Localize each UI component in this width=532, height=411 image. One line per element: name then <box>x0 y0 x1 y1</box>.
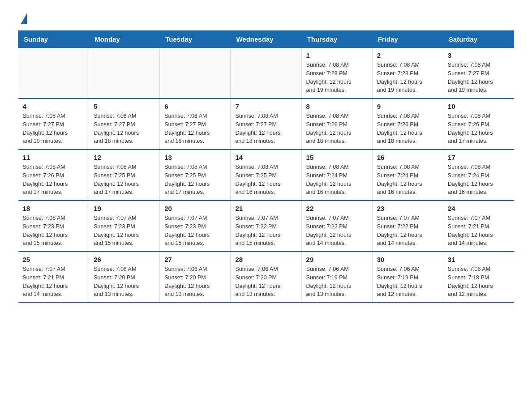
day-number: 8 <box>306 103 368 110</box>
day-number: 31 <box>448 256 510 263</box>
day-info: Sunrise: 7:08 AM Sunset: 7:25 PM Dayligh… <box>235 163 296 197</box>
calendar-cell: 5Sunrise: 7:08 AM Sunset: 7:27 PM Daylig… <box>89 98 160 150</box>
calendar-cell: 21Sunrise: 7:07 AM Sunset: 7:22 PM Dayli… <box>231 201 301 252</box>
calendar-cell: 13Sunrise: 7:08 AM Sunset: 7:25 PM Dayli… <box>160 150 231 201</box>
calendar-cell: 18Sunrise: 7:08 AM Sunset: 7:23 PM Dayli… <box>18 201 89 252</box>
calendar-cell: 24Sunrise: 7:07 AM Sunset: 7:21 PM Dayli… <box>443 201 514 252</box>
calendar-cell: 20Sunrise: 7:07 AM Sunset: 7:23 PM Dayli… <box>160 201 231 252</box>
day-number: 12 <box>94 154 155 161</box>
logo <box>18 13 30 23</box>
day-number: 29 <box>306 256 368 263</box>
calendar-cell: 7Sunrise: 7:08 AM Sunset: 7:27 PM Daylig… <box>231 98 301 150</box>
week-row-4: 18Sunrise: 7:08 AM Sunset: 7:23 PM Dayli… <box>18 201 514 252</box>
day-info: Sunrise: 7:08 AM Sunset: 7:26 PM Dayligh… <box>23 163 85 197</box>
calendar-cell: 3Sunrise: 7:08 AM Sunset: 7:27 PM Daylig… <box>443 48 514 99</box>
day-number: 5 <box>94 103 155 110</box>
calendar-cell: 25Sunrise: 7:07 AM Sunset: 7:21 PM Dayli… <box>18 252 89 303</box>
day-number: 16 <box>377 154 438 161</box>
day-number: 15 <box>306 154 368 161</box>
week-row-3: 11Sunrise: 7:08 AM Sunset: 7:26 PM Dayli… <box>18 150 514 201</box>
day-info: Sunrise: 7:08 AM Sunset: 7:28 PM Dayligh… <box>377 61 438 94</box>
day-number: 14 <box>235 154 296 161</box>
day-info: Sunrise: 7:08 AM Sunset: 7:28 PM Dayligh… <box>306 61 368 94</box>
day-number: 9 <box>377 103 438 110</box>
day-info: Sunrise: 7:07 AM Sunset: 7:22 PM Dayligh… <box>306 214 368 248</box>
day-number: 20 <box>164 205 226 212</box>
header-friday: Friday <box>372 31 443 48</box>
calendar-cell: 22Sunrise: 7:07 AM Sunset: 7:22 PM Dayli… <box>301 201 372 252</box>
calendar-cell: 11Sunrise: 7:08 AM Sunset: 7:26 PM Dayli… <box>18 150 89 201</box>
day-number: 22 <box>306 205 368 212</box>
calendar-cell: 12Sunrise: 7:08 AM Sunset: 7:25 PM Dayli… <box>89 150 160 201</box>
calendar-cell: 15Sunrise: 7:08 AM Sunset: 7:24 PM Dayli… <box>301 150 372 201</box>
day-info: Sunrise: 7:06 AM Sunset: 7:20 PM Dayligh… <box>235 265 296 299</box>
calendar-cell: 14Sunrise: 7:08 AM Sunset: 7:25 PM Dayli… <box>231 150 301 201</box>
calendar-cell: 16Sunrise: 7:08 AM Sunset: 7:24 PM Dayli… <box>372 150 443 201</box>
calendar-cell <box>18 48 89 99</box>
day-number: 25 <box>23 256 85 263</box>
day-info: Sunrise: 7:06 AM Sunset: 7:19 PM Dayligh… <box>377 265 438 299</box>
day-info: Sunrise: 7:08 AM Sunset: 7:27 PM Dayligh… <box>235 112 296 146</box>
day-number: 17 <box>448 154 510 161</box>
day-number: 24 <box>448 205 510 212</box>
calendar-cell: 10Sunrise: 7:08 AM Sunset: 7:26 PM Dayli… <box>443 98 514 150</box>
day-info: Sunrise: 7:06 AM Sunset: 7:19 PM Dayligh… <box>306 265 368 299</box>
header-wednesday: Wednesday <box>231 31 301 48</box>
calendar-cell: 2Sunrise: 7:08 AM Sunset: 7:28 PM Daylig… <box>372 48 443 99</box>
header-sunday: Sunday <box>18 31 89 48</box>
day-info: Sunrise: 7:08 AM Sunset: 7:27 PM Dayligh… <box>23 112 85 146</box>
logo-triangle-icon <box>21 13 27 24</box>
calendar-cell <box>231 48 301 99</box>
day-info: Sunrise: 7:08 AM Sunset: 7:25 PM Dayligh… <box>164 163 226 197</box>
day-number: 7 <box>235 103 296 110</box>
day-number: 11 <box>23 154 85 161</box>
day-number: 30 <box>377 256 438 263</box>
day-number: 28 <box>235 256 296 263</box>
day-info: Sunrise: 7:08 AM Sunset: 7:24 PM Dayligh… <box>448 163 510 197</box>
day-number: 2 <box>377 51 438 59</box>
day-number: 21 <box>235 205 296 212</box>
day-info: Sunrise: 7:08 AM Sunset: 7:24 PM Dayligh… <box>306 163 368 197</box>
calendar-cell: 27Sunrise: 7:06 AM Sunset: 7:20 PM Dayli… <box>160 252 231 303</box>
day-number: 23 <box>377 205 438 212</box>
day-info: Sunrise: 7:08 AM Sunset: 7:25 PM Dayligh… <box>94 163 155 197</box>
day-info: Sunrise: 7:08 AM Sunset: 7:27 PM Dayligh… <box>164 112 226 146</box>
day-info: Sunrise: 7:06 AM Sunset: 7:20 PM Dayligh… <box>94 265 155 299</box>
header-thursday: Thursday <box>301 31 372 48</box>
calendar-cell: 8Sunrise: 7:08 AM Sunset: 7:26 PM Daylig… <box>301 98 372 150</box>
day-info: Sunrise: 7:08 AM Sunset: 7:26 PM Dayligh… <box>448 112 510 146</box>
day-info: Sunrise: 7:07 AM Sunset: 7:22 PM Dayligh… <box>377 214 438 248</box>
day-number: 26 <box>94 256 155 263</box>
day-number: 1 <box>306 51 368 59</box>
day-info: Sunrise: 7:06 AM Sunset: 7:18 PM Dayligh… <box>448 265 510 299</box>
calendar-cell: 19Sunrise: 7:07 AM Sunset: 7:23 PM Dayli… <box>89 201 160 252</box>
day-info: Sunrise: 7:08 AM Sunset: 7:24 PM Dayligh… <box>377 163 438 197</box>
day-number: 4 <box>23 103 85 110</box>
week-row-5: 25Sunrise: 7:07 AM Sunset: 7:21 PM Dayli… <box>18 252 514 303</box>
day-info: Sunrise: 7:08 AM Sunset: 7:27 PM Dayligh… <box>448 61 510 94</box>
week-row-2: 4Sunrise: 7:08 AM Sunset: 7:27 PM Daylig… <box>18 98 514 150</box>
calendar-cell: 23Sunrise: 7:07 AM Sunset: 7:22 PM Dayli… <box>372 201 443 252</box>
header-tuesday: Tuesday <box>160 31 231 48</box>
header-monday: Monday <box>89 31 160 48</box>
day-info: Sunrise: 7:06 AM Sunset: 7:20 PM Dayligh… <box>164 265 226 299</box>
calendar-cell: 26Sunrise: 7:06 AM Sunset: 7:20 PM Dayli… <box>89 252 160 303</box>
day-info: Sunrise: 7:08 AM Sunset: 7:23 PM Dayligh… <box>23 214 85 248</box>
day-number: 27 <box>164 256 226 263</box>
calendar-cell: 28Sunrise: 7:06 AM Sunset: 7:20 PM Dayli… <box>231 252 301 303</box>
day-info: Sunrise: 7:07 AM Sunset: 7:22 PM Dayligh… <box>235 214 296 248</box>
day-info: Sunrise: 7:07 AM Sunset: 7:23 PM Dayligh… <box>94 214 155 248</box>
calendar-header-row: SundayMondayTuesdayWednesdayThursdayFrid… <box>18 31 514 48</box>
day-info: Sunrise: 7:07 AM Sunset: 7:21 PM Dayligh… <box>23 265 85 299</box>
day-info: Sunrise: 7:07 AM Sunset: 7:23 PM Dayligh… <box>164 214 226 248</box>
day-number: 13 <box>164 154 226 161</box>
calendar-cell: 29Sunrise: 7:06 AM Sunset: 7:19 PM Dayli… <box>301 252 372 303</box>
calendar-cell: 17Sunrise: 7:08 AM Sunset: 7:24 PM Dayli… <box>443 150 514 201</box>
calendar-cell: 30Sunrise: 7:06 AM Sunset: 7:19 PM Dayli… <box>372 252 443 303</box>
week-row-1: 1Sunrise: 7:08 AM Sunset: 7:28 PM Daylig… <box>18 48 514 99</box>
day-number: 6 <box>164 103 226 110</box>
header-saturday: Saturday <box>443 31 514 48</box>
calendar-cell <box>89 48 160 99</box>
calendar-cell: 4Sunrise: 7:08 AM Sunset: 7:27 PM Daylig… <box>18 98 89 150</box>
day-number: 19 <box>94 205 155 212</box>
